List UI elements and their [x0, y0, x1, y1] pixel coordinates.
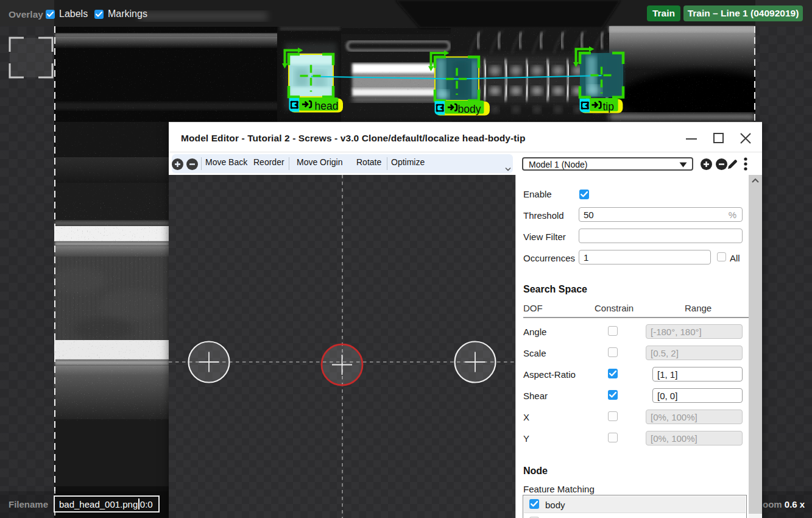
svg-text:body: body [458, 103, 481, 115]
svg-text:tip: tip [603, 101, 614, 113]
svg-text:head: head [315, 100, 339, 112]
